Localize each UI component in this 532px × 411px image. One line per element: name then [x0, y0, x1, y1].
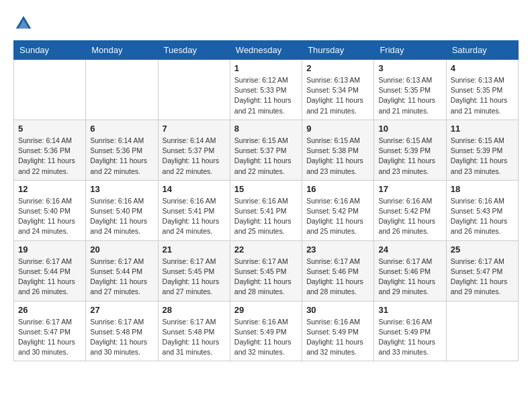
calendar-cell: 5Sunrise: 6:14 AMSunset: 5:36 PMDaylight…: [14, 120, 86, 180]
day-number: 25: [451, 244, 514, 255]
calendar-cell: 20Sunrise: 6:17 AMSunset: 5:44 PMDayligh…: [86, 240, 158, 301]
calendar-header-row: SundayMondayTuesdayWednesdayThursdayFrid…: [14, 41, 519, 60]
day-of-week-header: Sunday: [14, 41, 86, 60]
day-number: 4: [451, 63, 514, 73]
day-number: 21: [163, 244, 226, 255]
calendar-cell: 14Sunrise: 6:16 AMSunset: 5:41 PMDayligh…: [158, 180, 230, 240]
calendar-cell: 28Sunrise: 6:17 AMSunset: 5:48 PMDayligh…: [158, 301, 230, 361]
calendar-cell: 22Sunrise: 6:17 AMSunset: 5:45 PMDayligh…: [230, 240, 302, 301]
day-of-week-header: Monday: [86, 41, 158, 60]
day-number: 31: [378, 305, 441, 315]
day-info: Sunrise: 6:16 AMSunset: 5:42 PMDaylight:…: [378, 196, 441, 237]
day-of-week-header: Tuesday: [158, 41, 230, 60]
calendar-table: SundayMondayTuesdayWednesdayThursdayFrid…: [13, 40, 519, 361]
day-number: 8: [234, 124, 298, 134]
day-of-week-header: Wednesday: [230, 41, 302, 60]
day-number: 12: [18, 184, 81, 194]
day-info: Sunrise: 6:17 AMSunset: 5:47 PMDaylight:…: [18, 317, 81, 358]
calendar-cell: 8Sunrise: 6:15 AMSunset: 5:37 PMDaylight…: [230, 120, 302, 180]
day-info: Sunrise: 6:17 AMSunset: 5:45 PMDaylight:…: [163, 257, 226, 298]
day-info: Sunrise: 6:16 AMSunset: 5:49 PMDaylight:…: [306, 317, 369, 358]
day-info: Sunrise: 6:13 AMSunset: 5:34 PMDaylight:…: [306, 75, 369, 116]
day-info: Sunrise: 6:17 AMSunset: 5:46 PMDaylight:…: [378, 257, 441, 298]
logo-icon: [13, 13, 34, 34]
calendar-cell: 17Sunrise: 6:16 AMSunset: 5:42 PMDayligh…: [374, 180, 446, 240]
calendar-cell: [86, 60, 158, 120]
day-info: Sunrise: 6:16 AMSunset: 5:40 PMDaylight:…: [18, 196, 81, 237]
day-number: 30: [306, 305, 369, 315]
day-info: Sunrise: 6:16 AMSunset: 5:41 PMDaylight:…: [163, 196, 226, 237]
day-number: 5: [18, 124, 81, 134]
day-of-week-header: Friday: [374, 41, 446, 60]
day-number: 27: [90, 305, 153, 315]
day-info: Sunrise: 6:16 AMSunset: 5:41 PMDaylight:…: [234, 196, 298, 237]
day-info: Sunrise: 6:13 AMSunset: 5:35 PMDaylight:…: [451, 75, 514, 116]
day-number: 7: [163, 124, 226, 134]
calendar-cell: 25Sunrise: 6:17 AMSunset: 5:47 PMDayligh…: [446, 240, 518, 301]
day-info: Sunrise: 6:17 AMSunset: 5:44 PMDaylight:…: [18, 257, 81, 298]
day-info: Sunrise: 6:16 AMSunset: 5:43 PMDaylight:…: [451, 196, 514, 237]
day-number: 16: [306, 184, 369, 194]
calendar-week-row: 26Sunrise: 6:17 AMSunset: 5:47 PMDayligh…: [14, 301, 519, 361]
calendar-cell: 26Sunrise: 6:17 AMSunset: 5:47 PMDayligh…: [14, 301, 86, 361]
logo: [13, 13, 38, 34]
day-info: Sunrise: 6:17 AMSunset: 5:48 PMDaylight:…: [163, 317, 226, 358]
calendar-cell: 9Sunrise: 6:15 AMSunset: 5:38 PMDaylight…: [302, 120, 374, 180]
calendar-cell: 1Sunrise: 6:12 AMSunset: 5:33 PMDaylight…: [230, 60, 302, 120]
calendar-cell: 19Sunrise: 6:17 AMSunset: 5:44 PMDayligh…: [14, 240, 86, 301]
day-info: Sunrise: 6:17 AMSunset: 5:46 PMDaylight:…: [306, 257, 369, 298]
calendar-cell: 16Sunrise: 6:16 AMSunset: 5:42 PMDayligh…: [302, 180, 374, 240]
day-info: Sunrise: 6:15 AMSunset: 5:38 PMDaylight:…: [306, 136, 369, 177]
day-of-week-header: Thursday: [302, 41, 374, 60]
calendar-week-row: 5Sunrise: 6:14 AMSunset: 5:36 PMDaylight…: [14, 120, 519, 180]
day-info: Sunrise: 6:16 AMSunset: 5:49 PMDaylight:…: [378, 317, 441, 358]
day-number: 15: [234, 184, 298, 194]
day-number: 10: [378, 124, 441, 134]
day-info: Sunrise: 6:16 AMSunset: 5:40 PMDaylight:…: [90, 196, 153, 237]
day-info: Sunrise: 6:15 AMSunset: 5:37 PMDaylight:…: [234, 136, 298, 177]
calendar-cell: 11Sunrise: 6:15 AMSunset: 5:39 PMDayligh…: [446, 120, 518, 180]
day-number: 28: [163, 305, 226, 315]
day-of-week-header: Saturday: [446, 41, 518, 60]
day-number: 9: [306, 124, 369, 134]
calendar-cell: 24Sunrise: 6:17 AMSunset: 5:46 PMDayligh…: [374, 240, 446, 301]
page-header: [13, 13, 519, 34]
day-number: 29: [234, 305, 298, 315]
calendar-cell: 18Sunrise: 6:16 AMSunset: 5:43 PMDayligh…: [446, 180, 518, 240]
day-number: 6: [90, 124, 153, 134]
day-info: Sunrise: 6:17 AMSunset: 5:48 PMDaylight:…: [90, 317, 153, 358]
day-info: Sunrise: 6:14 AMSunset: 5:36 PMDaylight:…: [90, 136, 153, 177]
calendar-cell: 7Sunrise: 6:14 AMSunset: 5:37 PMDaylight…: [158, 120, 230, 180]
calendar-week-row: 1Sunrise: 6:12 AMSunset: 5:33 PMDaylight…: [14, 60, 519, 120]
calendar-week-row: 12Sunrise: 6:16 AMSunset: 5:40 PMDayligh…: [14, 180, 519, 240]
calendar-cell: 13Sunrise: 6:16 AMSunset: 5:40 PMDayligh…: [86, 180, 158, 240]
day-info: Sunrise: 6:13 AMSunset: 5:35 PMDaylight:…: [378, 75, 441, 116]
day-number: 20: [90, 244, 153, 255]
calendar-cell: 27Sunrise: 6:17 AMSunset: 5:48 PMDayligh…: [86, 301, 158, 361]
day-info: Sunrise: 6:14 AMSunset: 5:37 PMDaylight:…: [163, 136, 226, 177]
calendar-cell: [446, 301, 518, 361]
day-info: Sunrise: 6:17 AMSunset: 5:47 PMDaylight:…: [451, 257, 514, 298]
day-number: 23: [306, 244, 369, 255]
day-number: 26: [18, 305, 81, 315]
calendar-cell: 2Sunrise: 6:13 AMSunset: 5:34 PMDaylight…: [302, 60, 374, 120]
day-number: 1: [234, 63, 298, 73]
calendar-cell: 23Sunrise: 6:17 AMSunset: 5:46 PMDayligh…: [302, 240, 374, 301]
day-info: Sunrise: 6:16 AMSunset: 5:49 PMDaylight:…: [234, 317, 298, 358]
day-number: 13: [90, 184, 153, 194]
day-info: Sunrise: 6:17 AMSunset: 5:45 PMDaylight:…: [234, 257, 298, 298]
day-number: 17: [378, 184, 441, 194]
day-info: Sunrise: 6:12 AMSunset: 5:33 PMDaylight:…: [234, 75, 298, 116]
day-number: 3: [378, 63, 441, 73]
calendar-cell: 10Sunrise: 6:15 AMSunset: 5:39 PMDayligh…: [374, 120, 446, 180]
calendar-cell: 12Sunrise: 6:16 AMSunset: 5:40 PMDayligh…: [14, 180, 86, 240]
day-info: Sunrise: 6:14 AMSunset: 5:36 PMDaylight:…: [18, 136, 81, 177]
calendar-cell: 30Sunrise: 6:16 AMSunset: 5:49 PMDayligh…: [302, 301, 374, 361]
day-number: 19: [18, 244, 81, 255]
calendar-cell: 15Sunrise: 6:16 AMSunset: 5:41 PMDayligh…: [230, 180, 302, 240]
day-info: Sunrise: 6:15 AMSunset: 5:39 PMDaylight:…: [378, 136, 441, 177]
day-number: 22: [234, 244, 298, 255]
day-info: Sunrise: 6:15 AMSunset: 5:39 PMDaylight:…: [451, 136, 514, 177]
day-number: 14: [163, 184, 226, 194]
calendar-cell: 3Sunrise: 6:13 AMSunset: 5:35 PMDaylight…: [374, 60, 446, 120]
